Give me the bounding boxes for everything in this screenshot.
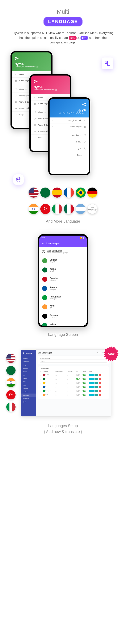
language-name: Arabic [50,268,56,270]
flag-icon [43,378,45,380]
admin-nav-item[interactable]: Theme [21,384,36,387]
app-language-title: App Language [47,250,68,252]
rtl-toggle[interactable] [76,374,80,376]
edit-button[interactable]: Edit [95,378,98,380]
doc-icon: ▤ [14,101,18,103]
rtl-toggle[interactable] [76,386,80,388]
language-native: Español [50,280,58,281]
edit-button[interactable]: Edit [95,394,98,396]
admin-nav-item[interactable]: Typography [21,387,36,390]
default-card-title: Default Language [40,358,107,359]
active-toggle[interactable] [82,382,86,384]
default-language-select[interactable]: English [40,360,107,362]
language-flag-icon [42,277,47,282]
facebook-icon: f [83,154,86,156]
translate-button[interactable]: Translate [89,374,95,376]
menu-item-home-rtl[interactable]: ⌂الصفحة الرئيسية‹ [50,118,89,124]
paper-plane-icon [15,56,48,62]
active-toggle[interactable] [82,378,86,380]
default-language-card: Default Language English [38,356,109,364]
admin-nav-item[interactable]: Add language [21,397,36,400]
cell-index: 6 [40,393,42,397]
active-toggle[interactable] [82,374,86,376]
cell-active [82,389,88,393]
translate-button[interactable]: Translate [89,390,95,392]
list-languages-card: List Languages #LanguageCode CountryCode… [38,366,109,399]
language-flag-icon [42,258,47,263]
table-header: # [40,370,42,373]
admin-nav-item[interactable]: Splash [21,400,36,404]
translate-button[interactable]: Translate [89,382,95,384]
delete-button[interactable]: × [99,390,101,392]
delete-button[interactable]: × [99,394,101,396]
menu-label: الصفحة الرئيسية [53,119,83,122]
language-item[interactable]: Arabicالعربية [39,265,87,274]
language-item[interactable]: SpanishEspañol [39,274,87,284]
cell-rtl [76,373,82,377]
admin-panel: ✈ FLYWEB DashboardConfigurationConfigNav… [21,350,111,416]
table-header: Language [42,370,55,373]
menu-item-faqs-rtl[interactable]: fFaqs [50,152,89,158]
menu-item-share-rtl[interactable]: ↗مشاركه [50,139,89,145]
delete-button[interactable]: × [99,378,101,380]
admin-nav-item[interactable]: All languages [21,394,36,397]
edit-button[interactable]: Edit [95,382,98,384]
menu-item-codecanyon-rtl[interactable]: ▦CodeCanyon‹ [50,124,89,130]
cell-lang-code: es [66,381,76,385]
admin-nav-item[interactable]: Colors [21,380,36,384]
languages-setup-caption: Languages Setup ( Add new & translate ) [6,423,120,435]
admin-nav-item[interactable]: Localization [21,390,36,394]
edit-button[interactable]: Edit [95,390,98,392]
delete-button[interactable]: × [99,386,101,388]
status-time: 13:34 [41,237,46,239]
active-toggle[interactable] [82,386,86,388]
delete-button[interactable]: × [99,382,101,384]
drawer-header-green: FlyWeb Convert your Website to an App [12,52,51,71]
flags-row-1 [6,188,120,198]
flag-in [6,378,16,387]
cell-index: 5 [40,389,42,393]
app-title-ar: فلاي واب [53,109,86,112]
language-item[interactable]: ItalianItaliano [39,321,87,326]
language-item[interactable]: EnglishEnglish [39,256,87,265]
rtl-toggle[interactable] [76,390,80,392]
flag-sa [6,366,16,375]
language-native: Français [50,289,57,290]
language-item[interactable]: FrenchFrançais [39,284,87,293]
edit-button[interactable]: Edit [95,386,98,388]
translate-button[interactable]: Translate [89,394,95,396]
table-header: Active [82,370,88,373]
cell-actions: Translate Edit × [88,389,107,393]
language-item[interactable]: Hindiहिंदी [39,302,87,312]
admin-nav-item[interactable]: Floating [21,370,36,374]
menu-item-translate-rtl[interactable]: 文نحن [50,145,89,152]
admin-nav-item[interactable]: Configuration [21,360,36,363]
language-name: German [50,314,58,316]
back-icon[interactable]: ← [42,242,44,245]
rtl-toggle[interactable] [76,378,80,380]
languages-table: #LanguageCode CountryCode LangRTLActiveA… [40,370,107,397]
admin-nav-item[interactable]: Ads [21,374,36,377]
cell-language: Arabic [42,377,55,381]
admin-nav-item[interactable]: Dashboard [21,356,36,360]
menu-item-about-rtl[interactable]: ⓘمعلومات عنا [50,132,89,139]
active-toggle[interactable] [82,390,86,392]
flags-row-2: Your Language [6,204,120,214]
flag-us [6,354,16,363]
admin-nav-item[interactable]: Config [21,363,36,367]
delete-button[interactable]: × [99,374,101,376]
rtl-toggle[interactable] [76,382,80,384]
admin-nav-item[interactable]: Loaders [21,377,36,380]
edit-button[interactable]: Edit [95,374,98,376]
language-item[interactable]: PortuguesePortuguês [39,293,87,302]
rtl-toggle[interactable] [76,394,80,396]
app-subtitle: Convert your Website to an App [15,66,48,68]
app-language-subtitle: Select your preferred languages [47,252,68,254]
phone-mockup-blue-rtl: فلاي واب تحويل موقع الويب الخاص بك إلى ت… [48,97,90,175]
language-item[interactable]: GermanDeutsche [39,312,87,321]
translate-button[interactable]: Translate [89,386,95,388]
return-icon: ↻ [14,107,18,110]
active-toggle[interactable] [82,394,86,396]
translate-button[interactable]: Translate [89,378,95,380]
admin-nav-item[interactable]: Navigation [21,367,36,370]
